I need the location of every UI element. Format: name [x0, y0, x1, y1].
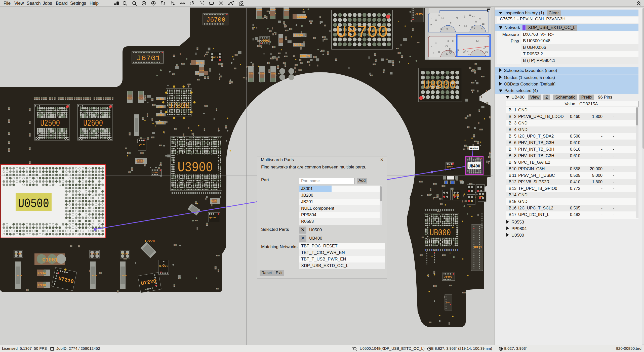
- svg-text:QB701: QB701: [212, 56, 220, 59]
- svg-text:L9080: L9080: [294, 34, 303, 37]
- svg-text:C8152: C8152: [211, 200, 218, 203]
- svg-text:PP9804: PP9804: [470, 147, 478, 150]
- svg-text:C6912: C6912: [271, 73, 276, 75]
- svg-text:R7220: R7220: [122, 253, 128, 255]
- svg-text:C6916: C6916: [249, 73, 254, 75]
- svg-text:JB504: JB504: [473, 245, 482, 248]
- svg-text:Q8100: Q8100: [139, 144, 145, 146]
- svg-text:2: 2: [234, 1, 237, 6]
- svg-text:J6600: J6600: [444, 275, 452, 278]
- svg-text:U2500: U2500: [40, 118, 60, 128]
- svg-text:L7410: L7410: [16, 274, 22, 277]
- svg-text:CB704: CB704: [199, 69, 204, 71]
- svg-text:C721A: C721A: [37, 272, 46, 275]
- svg-text:J4300: J4300: [446, 302, 450, 304]
- svg-text:C6907: C6907: [279, 40, 283, 42]
- svg-text:U6903: U6903: [261, 39, 270, 43]
- svg-text:L7822: L7822: [156, 106, 164, 109]
- svg-text:C8109: C8109: [136, 160, 144, 163]
- svg-text:C8106: C8106: [138, 97, 144, 99]
- svg-text:C6917: C6917: [260, 73, 265, 75]
- svg-text:C6584: C6584: [284, 8, 290, 11]
- svg-text:L7220: L7220: [120, 274, 127, 277]
- svg-text:J6701: J6701: [136, 54, 160, 62]
- svg-text:R7410: R7410: [15, 253, 21, 255]
- svg-text:UB400: UB400: [468, 163, 480, 169]
- svg-text:R7210: R7210: [91, 253, 98, 255]
- svg-text:L7821: L7821: [156, 98, 164, 100]
- svg-text:U3900: U3900: [178, 160, 213, 175]
- svg-text:L7270: L7270: [145, 239, 155, 243]
- svg-text:L9081: L9081: [294, 43, 303, 47]
- svg-text:C6580: C6580: [297, 15, 307, 19]
- svg-text:J6500: J6500: [415, 12, 423, 15]
- svg-text:U2600: U2600: [83, 118, 103, 128]
- svg-text:L7210: L7210: [91, 274, 97, 277]
- svg-text:C8105: C8105: [127, 97, 133, 99]
- svg-text:QB651: QB651: [453, 194, 459, 196]
- svg-text:C721B: C721B: [37, 284, 46, 287]
- svg-text:U8700: U8700: [336, 23, 388, 41]
- svg-text:RB651: RB651: [478, 195, 485, 198]
- svg-text:U7270: U7270: [159, 265, 168, 268]
- svg-text:C9079: C9079: [300, 54, 310, 58]
- svg-text:C6585: C6585: [256, 8, 262, 11]
- svg-text:UB000: UB000: [430, 228, 451, 238]
- svg-text:J2001: J2001: [152, 171, 158, 173]
- svg-text:C10G1: C10G1: [42, 257, 58, 263]
- svg-text:QB400: QB400: [447, 166, 453, 168]
- svg-text:C6581: C6581: [270, 8, 276, 11]
- svg-text:J6700: J6700: [206, 16, 225, 24]
- svg-text:Q8102: Q8102: [209, 216, 216, 219]
- svg-text:U7800: U7800: [168, 101, 190, 111]
- svg-text:U0500: U0500: [18, 196, 49, 211]
- svg-text:L7819: L7819: [156, 122, 164, 125]
- svg-text:U8900: U8900: [423, 78, 456, 92]
- svg-text:L7820: L7820: [156, 114, 164, 117]
